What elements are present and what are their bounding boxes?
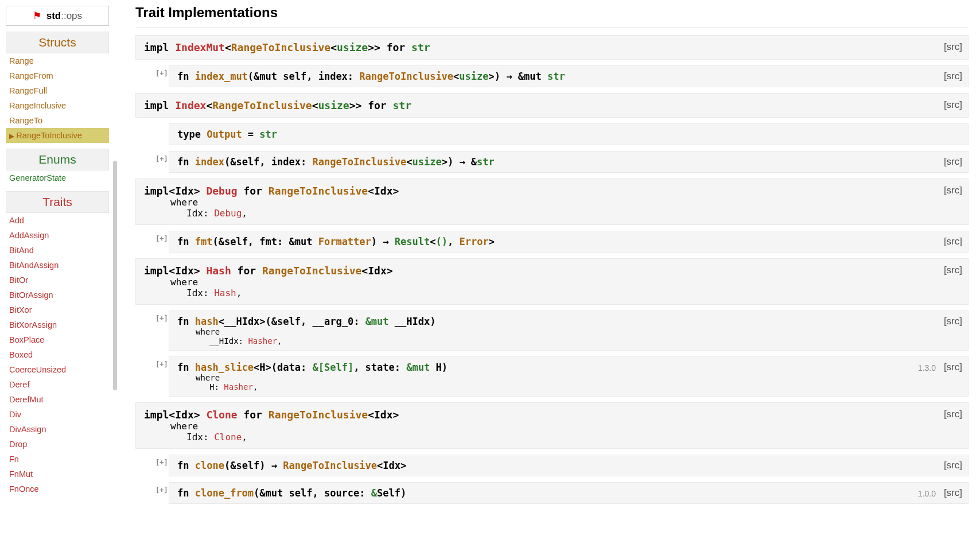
method-hash-slice: [+] fn hash_slice<H>(data: &[Self], stat… [169,356,969,397]
sidebar-item-bitorassign[interactable]: BitOrAssign [6,288,109,302]
primitive-link[interactable]: str [477,156,495,168]
sidebar-item-add[interactable]: Add [6,213,109,228]
trait-link-indexmut[interactable]: IndexMut [175,41,225,53]
trait-link-hasher[interactable]: Hasher [224,382,253,391]
sidebar-item-deref[interactable]: Deref [6,377,109,392]
sidebar-structs-title: Structs [6,32,109,53]
src-link[interactable]: [src] [944,409,962,420]
sidebar-item-divassign[interactable]: DivAssign [6,422,109,437]
sidebar-item-rangeto[interactable]: RangeTo [6,113,109,128]
src-link[interactable]: [src] [944,99,962,111]
sidebar-item-bitand[interactable]: BitAnd [6,243,109,258]
sidebar-item-drop[interactable]: Drop [6,437,109,452]
primitive-link[interactable]: usize [318,99,349,111]
src-link[interactable]: [src] [944,265,962,276]
primitive-link[interactable]: usize [337,41,368,53]
src-link[interactable]: [src] [944,185,962,196]
primitive-link[interactable]: str [411,41,430,53]
sidebar-item-div[interactable]: Div [6,407,109,422]
src-link[interactable]: [src] [944,487,962,499]
sidebar-item-boxplace[interactable]: BoxPlace [6,332,109,347]
fn-link[interactable]: hash_slice [195,362,254,373]
primitive-link[interactable]: usize [412,156,441,168]
fn-link[interactable]: hash [195,316,219,327]
method-index-mut: [+] fn index_mut(&mut self, index: Range… [169,65,969,87]
struct-link[interactable]: RangeToInclusive [231,41,330,53]
struct-link[interactable]: RangeToInclusive [312,156,406,168]
struct-link[interactable]: Formatter [318,236,371,247]
struct-link[interactable]: Error [459,236,488,247]
trait-link-index[interactable]: Index [175,99,206,111]
expand-toggle[interactable]: [+] [155,486,168,494]
impl-hash: impl<Idx> Hash for RangeToInclusive<Idx>… [135,258,969,305]
flag-icon: ⚑ [33,10,41,21]
primitive-link[interactable]: str [259,129,277,140]
struct-link[interactable]: RangeToInclusive [269,185,368,197]
sidebar-item-bitxorassign[interactable]: BitXorAssign [6,317,109,332]
struct-link[interactable]: RangeToInclusive [262,265,361,277]
sidebar-item-rangeinclusive[interactable]: RangeInclusive [6,98,109,113]
sidebar-item-derefmut[interactable]: DerefMut [6,392,109,407]
trait-link-hash[interactable]: Hash [206,265,231,277]
struct-link[interactable]: RangeToInclusive [283,460,377,471]
src-link[interactable]: [src] [944,156,962,168]
trait-link-clone[interactable]: Clone [214,432,242,443]
expand-toggle[interactable]: [+] [155,69,168,77]
src-link[interactable]: [src] [944,362,962,373]
struct-link[interactable]: RangeToInclusive [269,409,368,421]
src-link[interactable]: [src] [944,236,962,247]
fn-link[interactable]: clone [195,460,224,471]
fn-link[interactable]: index [195,156,224,168]
assoc-type-link[interactable]: Output [207,129,242,140]
primitive-link[interactable]: usize [459,71,488,82]
trait-link-debug[interactable]: Debug [214,208,242,219]
sidebar-item-rangetoinclusive[interactable]: RangeToInclusive [6,128,109,143]
expand-toggle[interactable]: [+] [155,235,168,243]
struct-link[interactable]: RangeToInclusive [359,71,453,82]
since-badge: 1.3.0 [918,363,936,372]
sidebar-item-coerceunsized[interactable]: CoerceUnsized [6,362,109,377]
primitive-link[interactable]: str [547,71,565,82]
sidebar-traits: Traits AddAddAssignBitAndBitAndAssignBit… [6,191,109,496]
sidebar-item-fn[interactable]: Fn [6,452,109,467]
src-link[interactable]: [src] [944,460,962,471]
sidebar-item-addassign[interactable]: AddAssign [6,228,109,243]
ns-std: std [46,10,61,21]
trait-link-debug[interactable]: Debug [206,185,237,197]
fn-link[interactable]: clone_from [195,487,254,499]
fn-link[interactable]: fmt [195,236,213,247]
sidebar: ⚑ std::ops Structs RangeRangeFromRangeFu… [0,0,115,521]
expand-toggle[interactable]: [+] [155,315,168,323]
method-hash: [+] fn hash<__HIdx>(&self, __arg_0: &mut… [169,311,969,351]
method-clone-from: [+] fn clone_from(&mut self, source: &Se… [169,482,969,504]
fn-link[interactable]: index_mut [195,71,248,82]
sidebar-item-boxed[interactable]: Boxed [6,347,109,362]
scrollbar[interactable] [113,161,117,390]
method-fmt: [+] fn fmt(&self, fmt: &mut Formatter) →… [169,231,969,253]
assoc-type-output: type Output = str [169,123,969,145]
src-link[interactable]: [src] [944,71,962,82]
expand-toggle[interactable]: [+] [155,155,168,163]
sidebar-item-rangefull[interactable]: RangeFull [6,83,109,98]
location-breadcrumb[interactable]: ⚑ std::ops [6,6,109,26]
trait-link-clone[interactable]: Clone [206,409,237,421]
src-link[interactable]: [src] [944,316,962,327]
expand-toggle[interactable]: [+] [155,459,168,467]
expand-toggle[interactable]: [+] [155,360,168,368]
impl-debug: impl<Idx> Debug for RangeToInclusive<Idx… [135,179,969,225]
sidebar-item-generatorstate[interactable]: GeneratorState [6,170,109,185]
enum-link[interactable]: Result [395,236,430,247]
sidebar-item-bitor[interactable]: BitOr [6,273,109,288]
trait-link-hasher[interactable]: Hasher [248,336,277,346]
sidebar-item-bitandassign[interactable]: BitAndAssign [6,258,109,273]
sidebar-item-rangefrom[interactable]: RangeFrom [6,68,109,83]
struct-link[interactable]: RangeToInclusive [212,99,312,111]
primitive-link[interactable]: str [393,99,412,111]
sidebar-item-bitxor[interactable]: BitXor [6,302,109,317]
trait-link-hash[interactable]: Hash [214,288,236,298]
src-link[interactable]: [src] [944,41,962,53]
sidebar-item-range[interactable]: Range [6,53,109,68]
sidebar-item-fnmut[interactable]: FnMut [6,467,109,482]
sidebar-item-fnonce[interactable]: FnOnce [6,482,109,496]
sidebar-traits-title: Traits [6,191,109,213]
